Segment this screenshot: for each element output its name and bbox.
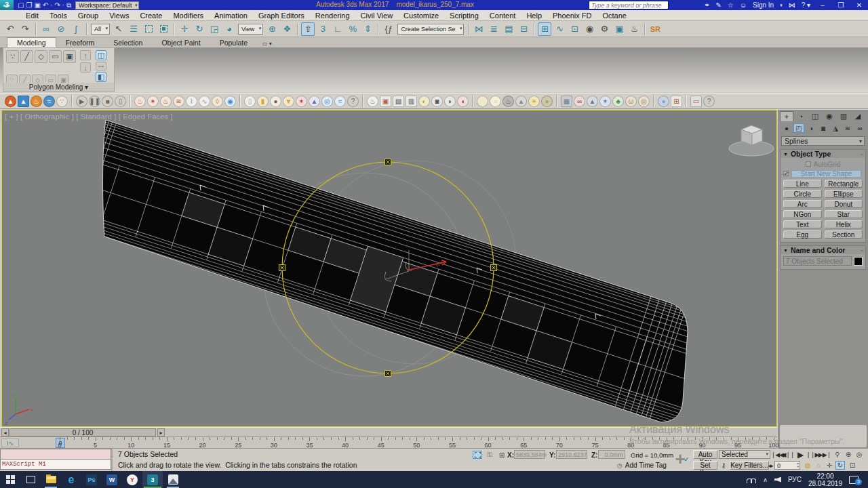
- key-mode-dropdown[interactable]: Selected: [719, 450, 770, 459]
- octane-egg1-icon[interactable]: [477, 96, 488, 107]
- phoenix-ship-bottle-icon[interactable]: ▲: [309, 96, 320, 107]
- octane-help-icon[interactable]: ?: [703, 96, 715, 107]
- polygon-mode-icon[interactable]: ▭: [49, 50, 62, 63]
- search-input[interactable]: [589, 1, 669, 9]
- use-pivot-center-icon[interactable]: ⊕: [265, 22, 279, 36]
- next-frame-button[interactable]: ❘❘▶: [808, 450, 817, 459]
- zoom-all-icon[interactable]: ⊕: [844, 450, 853, 459]
- keyboard-override-icon[interactable]: ⇧: [301, 22, 315, 36]
- bind-to-space-warp-icon[interactable]: ʃ: [69, 22, 83, 36]
- octane-claw-icon[interactable]: ω: [625, 96, 637, 107]
- previous-modifier-icon[interactable]: ↑: [80, 50, 91, 60]
- shapes-icon[interactable]: ◰: [793, 123, 804, 133]
- spline-button-star[interactable]: Star: [825, 210, 863, 218]
- octane-sphere-icon[interactable]: ●: [541, 96, 553, 107]
- workspace-dropdown[interactable]: Workspace: Default: [75, 1, 139, 9]
- go-to-end-button[interactable]: ▶▶❘: [819, 450, 830, 459]
- helpers-icon[interactable]: ◮: [830, 123, 841, 133]
- motion-tab[interactable]: ◉: [823, 111, 836, 121]
- snaps-toggle-3d-icon[interactable]: 3: [316, 22, 330, 36]
- undo-quick-icon[interactable]: ↶ ·: [43, 1, 53, 10]
- y-coord-field[interactable]: 2910,8237: [556, 450, 587, 459]
- key-filters-button[interactable]: Key Filters...: [730, 461, 769, 470]
- maxscript-macro-row[interactable]: [0, 449, 111, 460]
- absolute-offset-mode-icon[interactable]: ⊞: [497, 451, 507, 459]
- spline-button-ellipse[interactable]: Ellipse: [825, 190, 863, 198]
- spline-button-egg[interactable]: Egg: [783, 230, 822, 239]
- key-step-arrows[interactable]: ◂▸: [766, 461, 774, 470]
- maxscript-mini-listener[interactable]: MAXScript Mi: [0, 449, 113, 471]
- render-setup-icon[interactable]: ⚙: [597, 22, 611, 36]
- octane-calc-icon[interactable]: ⊞: [671, 96, 682, 107]
- spline-button-arc[interactable]: Arc: [783, 200, 822, 208]
- ribbon-tab-populate[interactable]: Populate: [210, 38, 257, 47]
- previous-frame-arrow[interactable]: ◂: [1, 428, 9, 436]
- percent-snap-icon[interactable]: %: [346, 22, 359, 36]
- redo-quick-icon[interactable]: ↷ ·: [54, 1, 64, 10]
- redo-button[interactable]: ↷: [18, 22, 32, 36]
- menu-item-scripting[interactable]: Scripting: [444, 12, 484, 20]
- align-icon[interactable]: ≣: [487, 22, 500, 36]
- vray-teapot-icon[interactable]: ♨: [367, 96, 378, 107]
- object-type-header[interactable]: ▼Object Type▪: [781, 150, 865, 158]
- phoenix-blood-preset-icon[interactable]: ✶: [296, 96, 307, 107]
- octane-molecule-icon[interactable]: ∞: [574, 96, 585, 107]
- photoshop-icon[interactable]: Ps: [81, 471, 102, 488]
- vray-stereo-icon[interactable]: ◖: [457, 96, 469, 107]
- named-selection-sets-icon[interactable]: {ƒ: [382, 22, 395, 36]
- spinner-snap-icon[interactable]: ⇕: [361, 22, 374, 36]
- octane-cactus-icon[interactable]: ♣: [612, 96, 624, 107]
- phoenix-fire-quick-icon[interactable]: ♨: [134, 96, 146, 107]
- autogrid-checkbox[interactable]: [806, 161, 811, 167]
- auto-key-button[interactable]: Auto Key: [693, 450, 717, 459]
- vray-night-icon[interactable]: ◗: [444, 96, 456, 107]
- menu-item-views[interactable]: Views: [104, 12, 134, 20]
- phoenix-whirlpool-icon[interactable]: ◎: [321, 96, 333, 107]
- phoenix-play-icon[interactable]: ▶: [76, 96, 87, 107]
- sign-in-button[interactable]: Sign In: [753, 1, 774, 9]
- vray-list1-icon[interactable]: ▤: [393, 96, 404, 107]
- volume-icon[interactable]: [774, 477, 781, 483]
- vray-light-lister-icon[interactable]: ◐: [418, 96, 430, 107]
- new-file-icon[interactable]: ▢: [18, 1, 24, 10]
- menu-item-modifiers[interactable]: Modifiers: [167, 12, 209, 20]
- phoenix-beer-preset-icon[interactable]: ▮: [257, 96, 269, 107]
- vray-fb-icon[interactable]: ▣: [380, 96, 391, 107]
- octane-shell-icon[interactable]: ◎: [638, 96, 650, 107]
- element-mode-icon[interactable]: ▣: [63, 50, 76, 63]
- ref-coord-combo[interactable]: View: [238, 24, 263, 35]
- ribbon-toggle-icon[interactable]: ⊞: [538, 22, 551, 36]
- curve-editor-icon[interactable]: ∿: [553, 22, 566, 36]
- menu-item-group[interactable]: Group: [73, 12, 104, 20]
- phoenix-smoke-quick-icon[interactable]: ♨: [160, 96, 172, 107]
- edge-mode-icon[interactable]: ╱: [20, 50, 33, 63]
- pin-stack-icon[interactable]: ⊶: [96, 62, 106, 70]
- close-button[interactable]: ✕: [853, 1, 865, 9]
- rectangular-selection-icon[interactable]: [142, 22, 155, 36]
- x-coord-field[interactable]: 5839,584m: [514, 450, 545, 459]
- keyboard-shortcut-hint-icon[interactable]: +✓: [670, 450, 690, 470]
- object-color-swatch[interactable]: [854, 257, 863, 266]
- start-new-shape-button[interactable]: Start New Shape: [791, 170, 861, 178]
- play-button[interactable]: ▶: [795, 450, 806, 459]
- layer-explorer-icon[interactable]: ⊟: [517, 22, 530, 36]
- phoenix-sealoop-icon[interactable]: ◉: [224, 96, 236, 107]
- phoenix-water-helper-icon[interactable]: ▲: [18, 96, 29, 107]
- select-and-move-icon[interactable]: ✛: [178, 22, 191, 36]
- octane-ball-icon[interactable]: ●: [658, 96, 669, 107]
- file-explorer-icon[interactable]: [41, 471, 61, 488]
- menu-item-edit[interactable]: Edit: [20, 12, 44, 20]
- selection-lock-icon[interactable]: ⚿: [485, 451, 494, 459]
- viewport-label[interactable]: [ + ] [ Orthographic ] [ Standard ] [ Ed…: [5, 113, 173, 121]
- 3dsmax-taskbar-icon[interactable]: 3: [142, 471, 163, 488]
- hierarchy-tab[interactable]: ◫: [808, 111, 822, 121]
- zoom-icon[interactable]: ⚲: [833, 450, 842, 459]
- menu-item-create[interactable]: Create: [134, 12, 167, 20]
- save-file-icon[interactable]: ▣: [34, 1, 40, 10]
- favorites-star-icon[interactable]: ☆: [728, 1, 734, 9]
- edge-icon[interactable]: e: [61, 471, 81, 488]
- shape-category-dropdown[interactable]: Splines: [781, 136, 865, 146]
- word-icon[interactable]: W: [102, 471, 122, 488]
- next-frame-arrow[interactable]: ▸: [157, 428, 165, 436]
- phoenix-explosion-quick-icon[interactable]: ✶: [147, 96, 159, 107]
